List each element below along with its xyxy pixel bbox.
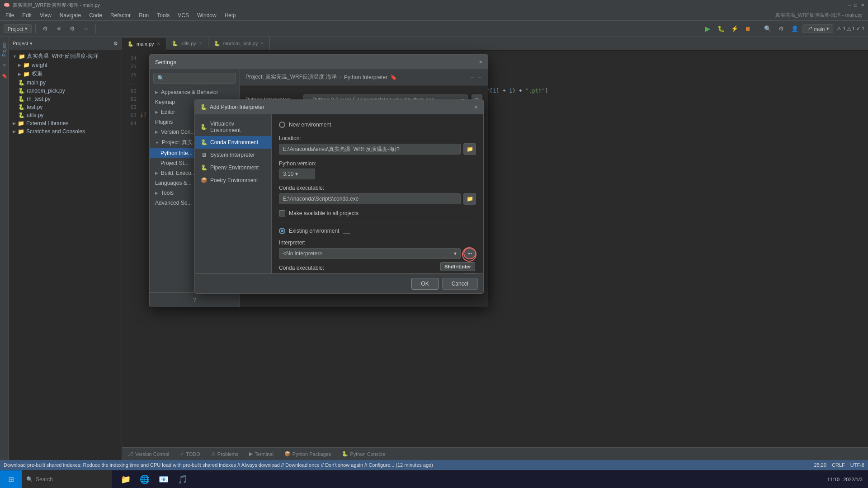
toolbar-list-btn[interactable]: ≡ bbox=[53, 23, 65, 35]
taskbar-search[interactable]: 🔍 Search bbox=[22, 470, 112, 488]
menu-vcs[interactable]: VCS bbox=[174, 11, 193, 19]
toolbar-minus-btn[interactable]: ─ bbox=[80, 23, 92, 35]
interp-nav-system[interactable]: 🖥 System Interpreter bbox=[195, 149, 271, 161]
menu-window[interactable]: Window bbox=[193, 11, 220, 19]
nav-item-project-label: Project: 真实... bbox=[162, 139, 197, 146]
existing-interpreter-dropdown[interactable]: <No interpreter> ▾ bbox=[279, 248, 461, 259]
ok-button[interactable]: OK bbox=[411, 278, 438, 290]
interp-nav-poetry-label: Poetry Environment bbox=[210, 177, 258, 183]
make-available-checkbox-1[interactable] bbox=[279, 210, 285, 216]
panel-gear-icon[interactable]: ⚙ bbox=[113, 41, 118, 47]
rh-test-py-icon: 🐍 bbox=[18, 96, 25, 102]
bottom-tab-todo[interactable]: ✓ TODO bbox=[178, 451, 202, 457]
interp-nav-pipenv[interactable]: 🐍 Pipenv Environment bbox=[195, 161, 271, 174]
tab-main-py[interactable]: 🐍 main.py ✕ bbox=[122, 38, 166, 51]
cancel-button[interactable]: Cancel bbox=[442, 278, 478, 290]
close-button[interactable]: ✕ bbox=[861, 3, 864, 8]
menu-tools[interactable]: Tools bbox=[153, 11, 173, 19]
interp-nav-virtualenv[interactable]: 🐍 Virtualenv Environment bbox=[195, 118, 271, 136]
tree-item-test-py[interactable]: 🐍 test.py bbox=[9, 103, 122, 111]
tree-item-weight[interactable]: ▶ 📁 weight bbox=[9, 61, 122, 69]
menu-refactor[interactable]: Refactor bbox=[107, 11, 134, 19]
tree-item-random-pick-py[interactable]: 🐍 random_pick.py bbox=[9, 87, 122, 95]
toolbar-debug-btn[interactable]: 🐛 bbox=[715, 23, 727, 35]
sidebar-bookmark-icon[interactable]: 🔖 bbox=[2, 72, 7, 81]
taskbar-file-explorer[interactable]: 📁 bbox=[117, 470, 135, 488]
branch-combo[interactable]: ⎇ main ▾ bbox=[802, 24, 834, 33]
toolbar-build-btn[interactable]: ⚙ bbox=[39, 23, 51, 35]
menu-run[interactable]: Run bbox=[135, 11, 152, 19]
maximize-button[interactable]: □ bbox=[854, 3, 857, 8]
add-python-interpreter-dialog: 🐍 Add Python Interpreter ✕ 🐍 Virtualenv … bbox=[194, 99, 484, 294]
toolbar-settings-btn[interactable]: ⚙ bbox=[66, 23, 78, 35]
toolbar-stop-btn[interactable]: ⏹ bbox=[742, 23, 754, 35]
menu-view[interactable]: View bbox=[36, 11, 55, 19]
tab-random-pick-py[interactable]: 🐍 random_pick.py ✕ bbox=[208, 37, 270, 50]
taskbar-app-3[interactable]: 📧 bbox=[155, 470, 173, 488]
python-version-group: Python version: 3.10 ▾ bbox=[279, 160, 476, 179]
tree-item-main-py[interactable]: 🐍 main.py bbox=[9, 79, 122, 87]
interp-nav-conda[interactable]: 🐍 Conda Environment bbox=[195, 136, 271, 149]
tree-item-utils-py[interactable]: 🐍 utils.py bbox=[9, 111, 122, 119]
toolbar-user-btn[interactable]: 👤 bbox=[789, 23, 801, 35]
menu-code[interactable]: Code bbox=[85, 11, 106, 19]
add-interp-title-bar: 🐍 Add Python Interpreter ✕ bbox=[195, 100, 483, 114]
interp-nav-poetry[interactable]: 📦 Poetry Environment bbox=[195, 174, 271, 187]
nav-item-version-control-label: Version Con... bbox=[161, 129, 195, 135]
tab-utils-py-close[interactable]: ✕ bbox=[199, 41, 203, 46]
bottom-tab-python-console[interactable]: 🐍 Python Console bbox=[340, 451, 387, 457]
tree-item-rh-test-py[interactable]: 🐍 rh_test.py bbox=[9, 95, 122, 103]
bottom-tab-problems[interactable]: ⚠ Problems bbox=[209, 451, 240, 457]
start-button[interactable]: ⊞ bbox=[0, 470, 22, 488]
tab-main-py-close[interactable]: ✕ bbox=[157, 42, 160, 46]
menu-edit[interactable]: Edit bbox=[19, 11, 35, 19]
toolbar-gear2-btn[interactable]: ⚙ bbox=[775, 23, 787, 35]
tree-item-quanzhong[interactable]: ▶ 📁 权重 bbox=[9, 69, 122, 79]
bottom-tab-problems-label: Problems bbox=[217, 451, 238, 457]
nav-item-plugins-label: Plugins bbox=[155, 119, 173, 125]
bottom-tab-version-control[interactable]: ⎇ Version Control bbox=[126, 451, 171, 457]
nav-item-python-interpreter-label: Python Inte... bbox=[160, 150, 193, 156]
utils-py-icon: 🐍 bbox=[18, 112, 25, 118]
conda-exec-label: Conda executable: bbox=[279, 185, 476, 191]
settings-breadcrumb: Project: 真实亮温_WRF反演温度-海洋 › Python Interp… bbox=[240, 69, 488, 85]
nav-item-appearance[interactable]: ▶ Appearance & Behavior bbox=[150, 87, 240, 97]
menu-help[interactable]: Help bbox=[221, 11, 240, 19]
python-version-combo[interactable]: 3.10 ▾ bbox=[279, 169, 315, 179]
location-label: Location: bbox=[279, 135, 476, 141]
tree-item-scratches[interactable]: ▶ 📁 Scratches and Consoles bbox=[9, 127, 122, 136]
taskbar-app-4[interactable]: 🎵 bbox=[174, 470, 192, 488]
interp-dropdown-arrow-icon: ▾ bbox=[454, 250, 457, 257]
location-browse-button[interactable]: 📁 bbox=[463, 143, 476, 155]
forward-arrow-icon[interactable]: → bbox=[477, 74, 482, 80]
settings-search-input[interactable] bbox=[153, 73, 236, 84]
location-input[interactable] bbox=[279, 144, 461, 155]
new-env-radio-item[interactable]: New environment bbox=[279, 122, 476, 128]
toolbar-profile-btn[interactable]: ⚡ bbox=[729, 23, 741, 35]
tree-item-rh-test-py-label: rh_test.py bbox=[27, 96, 51, 102]
toolbar-run-btn[interactable]: ▶ bbox=[702, 23, 713, 35]
add-interp-close-button[interactable]: ✕ bbox=[474, 105, 478, 110]
menu-file[interactable]: File bbox=[2, 11, 18, 19]
project-combo[interactable]: Project ▾ bbox=[4, 24, 32, 33]
menu-navigate[interactable]: Navigate bbox=[56, 11, 85, 19]
help-button[interactable]: ? bbox=[193, 296, 197, 304]
tab-random-pick-py-close[interactable]: ✕ bbox=[260, 41, 264, 46]
bottom-tab-python-packages[interactable]: 📦 Python Packages bbox=[283, 451, 333, 457]
bottom-tab-terminal[interactable]: ▶ Terminal bbox=[247, 451, 275, 457]
conda-exec-input[interactable] bbox=[279, 193, 461, 204]
interpreter-dots-button[interactable]: ··· Shift+Enter bbox=[463, 248, 476, 259]
tree-item-external-libraries[interactable]: ▶ 📁 External Libraries bbox=[9, 119, 122, 127]
python-console-icon: 🐍 bbox=[342, 451, 348, 457]
conda-exec-browse-button[interactable]: 📁 bbox=[463, 193, 476, 205]
project-combo-dropdown-icon: ▾ bbox=[25, 26, 28, 32]
tree-root[interactable]: ▼ 📁 真实亮温_WRF反演温度-海洋 bbox=[9, 52, 122, 61]
taskbar-edge[interactable]: 🌐 bbox=[136, 470, 154, 488]
settings-close-button[interactable]: ✕ bbox=[479, 60, 482, 65]
back-arrow-icon[interactable]: ← bbox=[470, 74, 475, 80]
toolbar-search-btn[interactable]: 🔍 bbox=[762, 23, 774, 35]
minimize-button[interactable]: ─ bbox=[848, 3, 851, 8]
tab-utils-py[interactable]: 🐍 utils.py ✕ bbox=[166, 37, 208, 50]
sidebar-structure-icon[interactable]: ≡ bbox=[2, 62, 7, 68]
sidebar-project-icon[interactable]: Project bbox=[2, 41, 7, 58]
